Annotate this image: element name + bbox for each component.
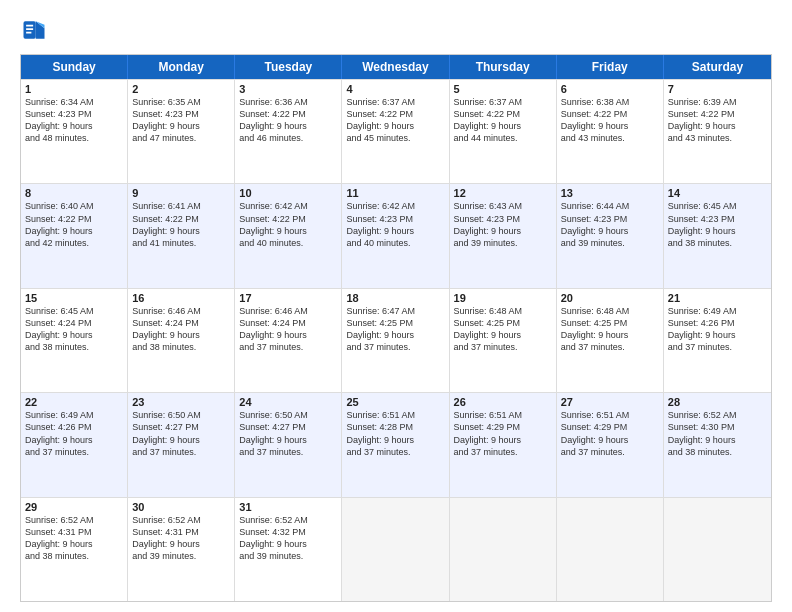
day-info: Sunrise: 6:40 AMSunset: 4:22 PMDaylight:… <box>25 200 123 249</box>
day-cell-7: 7Sunrise: 6:39 AMSunset: 4:22 PMDaylight… <box>664 80 771 183</box>
day-number: 30 <box>132 501 230 513</box>
day-info: Sunrise: 6:49 AMSunset: 4:26 PMDaylight:… <box>668 305 767 354</box>
day-cell-18: 18Sunrise: 6:47 AMSunset: 4:25 PMDayligh… <box>342 289 449 392</box>
day-info: Sunrise: 6:46 AMSunset: 4:24 PMDaylight:… <box>239 305 337 354</box>
calendar-body: 1Sunrise: 6:34 AMSunset: 4:23 PMDaylight… <box>21 79 771 601</box>
day-number: 3 <box>239 83 337 95</box>
day-info: Sunrise: 6:45 AMSunset: 4:23 PMDaylight:… <box>668 200 767 249</box>
day-cell-29: 29Sunrise: 6:52 AMSunset: 4:31 PMDayligh… <box>21 498 128 601</box>
day-number: 19 <box>454 292 552 304</box>
day-info: Sunrise: 6:44 AMSunset: 4:23 PMDaylight:… <box>561 200 659 249</box>
day-cell-11: 11Sunrise: 6:42 AMSunset: 4:23 PMDayligh… <box>342 184 449 287</box>
day-cell-15: 15Sunrise: 6:45 AMSunset: 4:24 PMDayligh… <box>21 289 128 392</box>
empty-cell <box>342 498 449 601</box>
day-info: Sunrise: 6:34 AMSunset: 4:23 PMDaylight:… <box>25 96 123 145</box>
day-cell-12: 12Sunrise: 6:43 AMSunset: 4:23 PMDayligh… <box>450 184 557 287</box>
day-info: Sunrise: 6:49 AMSunset: 4:26 PMDaylight:… <box>25 409 123 458</box>
day-number: 1 <box>25 83 123 95</box>
day-info: Sunrise: 6:43 AMSunset: 4:23 PMDaylight:… <box>454 200 552 249</box>
logo-icon <box>20 16 48 44</box>
day-cell-27: 27Sunrise: 6:51 AMSunset: 4:29 PMDayligh… <box>557 393 664 496</box>
day-info: Sunrise: 6:38 AMSunset: 4:22 PMDaylight:… <box>561 96 659 145</box>
day-number: 21 <box>668 292 767 304</box>
header-day-wednesday: Wednesday <box>342 55 449 79</box>
day-info: Sunrise: 6:51 AMSunset: 4:29 PMDaylight:… <box>561 409 659 458</box>
header-day-saturday: Saturday <box>664 55 771 79</box>
day-info: Sunrise: 6:48 AMSunset: 4:25 PMDaylight:… <box>561 305 659 354</box>
day-number: 11 <box>346 187 444 199</box>
day-number: 8 <box>25 187 123 199</box>
day-info: Sunrise: 6:50 AMSunset: 4:27 PMDaylight:… <box>239 409 337 458</box>
day-cell-16: 16Sunrise: 6:46 AMSunset: 4:24 PMDayligh… <box>128 289 235 392</box>
day-number: 4 <box>346 83 444 95</box>
empty-cell <box>664 498 771 601</box>
calendar-header: SundayMondayTuesdayWednesdayThursdayFrid… <box>21 55 771 79</box>
day-number: 16 <box>132 292 230 304</box>
day-cell-24: 24Sunrise: 6:50 AMSunset: 4:27 PMDayligh… <box>235 393 342 496</box>
day-cell-19: 19Sunrise: 6:48 AMSunset: 4:25 PMDayligh… <box>450 289 557 392</box>
day-info: Sunrise: 6:52 AMSunset: 4:32 PMDaylight:… <box>239 514 337 563</box>
day-cell-8: 8Sunrise: 6:40 AMSunset: 4:22 PMDaylight… <box>21 184 128 287</box>
day-info: Sunrise: 6:47 AMSunset: 4:25 PMDaylight:… <box>346 305 444 354</box>
empty-cell <box>557 498 664 601</box>
calendar: SundayMondayTuesdayWednesdayThursdayFrid… <box>20 54 772 602</box>
day-cell-1: 1Sunrise: 6:34 AMSunset: 4:23 PMDaylight… <box>21 80 128 183</box>
day-cell-4: 4Sunrise: 6:37 AMSunset: 4:22 PMDaylight… <box>342 80 449 183</box>
day-cell-9: 9Sunrise: 6:41 AMSunset: 4:22 PMDaylight… <box>128 184 235 287</box>
page: SundayMondayTuesdayWednesdayThursdayFrid… <box>0 0 792 612</box>
header-day-friday: Friday <box>557 55 664 79</box>
empty-cell <box>450 498 557 601</box>
day-number: 17 <box>239 292 337 304</box>
svg-rect-4 <box>26 25 33 27</box>
day-cell-26: 26Sunrise: 6:51 AMSunset: 4:29 PMDayligh… <box>450 393 557 496</box>
day-number: 28 <box>668 396 767 408</box>
day-number: 13 <box>561 187 659 199</box>
day-info: Sunrise: 6:50 AMSunset: 4:27 PMDaylight:… <box>132 409 230 458</box>
day-cell-14: 14Sunrise: 6:45 AMSunset: 4:23 PMDayligh… <box>664 184 771 287</box>
day-cell-31: 31Sunrise: 6:52 AMSunset: 4:32 PMDayligh… <box>235 498 342 601</box>
calendar-row-4: 29Sunrise: 6:52 AMSunset: 4:31 PMDayligh… <box>21 497 771 601</box>
day-cell-25: 25Sunrise: 6:51 AMSunset: 4:28 PMDayligh… <box>342 393 449 496</box>
day-number: 18 <box>346 292 444 304</box>
day-cell-2: 2Sunrise: 6:35 AMSunset: 4:23 PMDaylight… <box>128 80 235 183</box>
day-number: 10 <box>239 187 337 199</box>
day-number: 29 <box>25 501 123 513</box>
header-day-tuesday: Tuesday <box>235 55 342 79</box>
day-info: Sunrise: 6:35 AMSunset: 4:23 PMDaylight:… <box>132 96 230 145</box>
day-info: Sunrise: 6:39 AMSunset: 4:22 PMDaylight:… <box>668 96 767 145</box>
day-info: Sunrise: 6:45 AMSunset: 4:24 PMDaylight:… <box>25 305 123 354</box>
svg-rect-5 <box>26 28 33 30</box>
day-info: Sunrise: 6:36 AMSunset: 4:22 PMDaylight:… <box>239 96 337 145</box>
day-number: 24 <box>239 396 337 408</box>
day-cell-13: 13Sunrise: 6:44 AMSunset: 4:23 PMDayligh… <box>557 184 664 287</box>
header-day-thursday: Thursday <box>450 55 557 79</box>
day-cell-28: 28Sunrise: 6:52 AMSunset: 4:30 PMDayligh… <box>664 393 771 496</box>
day-info: Sunrise: 6:52 AMSunset: 4:31 PMDaylight:… <box>132 514 230 563</box>
day-cell-5: 5Sunrise: 6:37 AMSunset: 4:22 PMDaylight… <box>450 80 557 183</box>
day-number: 22 <box>25 396 123 408</box>
day-info: Sunrise: 6:48 AMSunset: 4:25 PMDaylight:… <box>454 305 552 354</box>
day-number: 25 <box>346 396 444 408</box>
day-number: 14 <box>668 187 767 199</box>
day-info: Sunrise: 6:37 AMSunset: 4:22 PMDaylight:… <box>346 96 444 145</box>
day-number: 27 <box>561 396 659 408</box>
day-cell-30: 30Sunrise: 6:52 AMSunset: 4:31 PMDayligh… <box>128 498 235 601</box>
day-number: 15 <box>25 292 123 304</box>
day-info: Sunrise: 6:46 AMSunset: 4:24 PMDaylight:… <box>132 305 230 354</box>
day-info: Sunrise: 6:42 AMSunset: 4:23 PMDaylight:… <box>346 200 444 249</box>
day-number: 23 <box>132 396 230 408</box>
day-info: Sunrise: 6:52 AMSunset: 4:30 PMDaylight:… <box>668 409 767 458</box>
day-cell-21: 21Sunrise: 6:49 AMSunset: 4:26 PMDayligh… <box>664 289 771 392</box>
day-info: Sunrise: 6:41 AMSunset: 4:22 PMDaylight:… <box>132 200 230 249</box>
day-info: Sunrise: 6:42 AMSunset: 4:22 PMDaylight:… <box>239 200 337 249</box>
logo <box>20 16 52 44</box>
day-cell-10: 10Sunrise: 6:42 AMSunset: 4:22 PMDayligh… <box>235 184 342 287</box>
header-day-monday: Monday <box>128 55 235 79</box>
day-number: 2 <box>132 83 230 95</box>
day-info: Sunrise: 6:51 AMSunset: 4:28 PMDaylight:… <box>346 409 444 458</box>
day-number: 5 <box>454 83 552 95</box>
svg-rect-6 <box>26 32 31 34</box>
day-number: 26 <box>454 396 552 408</box>
day-number: 12 <box>454 187 552 199</box>
day-cell-6: 6Sunrise: 6:38 AMSunset: 4:22 PMDaylight… <box>557 80 664 183</box>
